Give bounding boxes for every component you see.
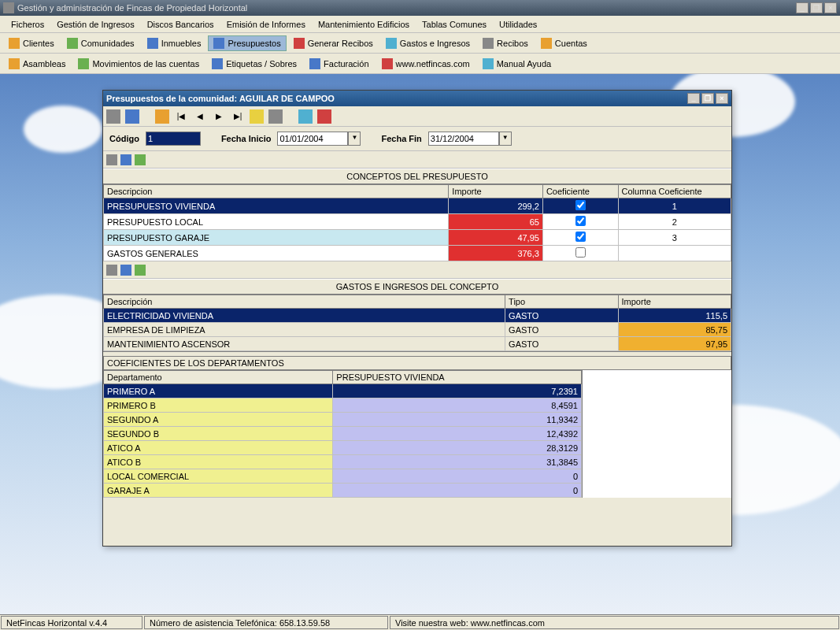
cell-val: 7,2391	[333, 384, 582, 398]
tb-www-netfincas-com[interactable]: www.netfincas.com	[376, 56, 476, 72]
add-gasto-icon[interactable]	[106, 265, 117, 276]
fecha-fin-input[interactable]	[428, 132, 499, 146]
gastos-table[interactable]: DescripciónTipoImporte ELECTRICIDAD VIVI…	[103, 295, 731, 351]
edit-icon[interactable]	[155, 109, 169, 124]
cell-importe: 115,5	[618, 309, 731, 323]
tb-asambleas[interactable]: Asambleas	[3, 56, 71, 72]
table-row[interactable]: PRIMERO B8,4591	[104, 398, 582, 413]
prev-icon[interactable]: ◀	[193, 109, 207, 124]
last-icon[interactable]: ▶|	[231, 109, 245, 124]
status-version: NetFincas Horizontal v.4.4	[1, 616, 142, 629]
col-header[interactable]: Descripcion	[104, 185, 449, 198]
table-row[interactable]: PRESUPUESTO VIVIENDA299,21	[104, 198, 731, 214]
tb-icon	[67, 38, 78, 49]
cell-dept: ATICO A	[104, 441, 333, 455]
tb-presupuestos[interactable]: Presupuestos	[208, 35, 286, 51]
minimize-button[interactable]: _	[796, 2, 809, 13]
table-row[interactable]: PRIMERO A7,2391	[104, 384, 582, 398]
delete-icon[interactable]	[317, 109, 331, 124]
menu-utilidades[interactable]: Utilidades	[493, 18, 543, 31]
inner-maximize-button[interactable]: ❐	[701, 93, 714, 104]
coef-checkbox[interactable]	[575, 200, 586, 210]
cell-tipo: GASTO	[505, 309, 618, 323]
tb-facturaci-n[interactable]: Facturación	[304, 56, 374, 72]
table-row[interactable]: SEGUNDO A11,9342	[104, 413, 582, 427]
col-header[interactable]: Descripción	[104, 295, 505, 309]
conceptos-table[interactable]: DescripcionImporteCoeficienteColumna Coe…	[103, 184, 731, 261]
tb-clientes[interactable]: Clientes	[3, 35, 60, 51]
codigo-label: Código	[109, 134, 139, 143]
col-header[interactable]: Columna Coeficiente	[618, 185, 731, 198]
table-row[interactable]: GARAJE A0	[104, 484, 582, 498]
coef-checkbox[interactable]	[575, 216, 586, 226]
tb-inmuebles[interactable]: Inmuebles	[142, 35, 207, 51]
cell-dept: SEGUNDO B	[104, 427, 333, 441]
fecha-fin-dropdown[interactable]: ▼	[499, 132, 512, 146]
save-icon[interactable]	[125, 109, 139, 124]
inner-close-button[interactable]: ×	[716, 93, 728, 104]
fecha-inicio-dropdown[interactable]: ▼	[348, 132, 361, 146]
refresh-icon[interactable]	[298, 109, 313, 124]
tb-label: Gastos e Ingresos	[400, 39, 470, 48]
app-title: Gestión y administración de Fincas de Pr…	[17, 3, 796, 13]
table-row[interactable]: EMPRESA DE LIMPIEZAGASTO85,75	[104, 323, 731, 337]
table-row[interactable]: PRESUPUESTO GARAJE47,953	[104, 230, 731, 246]
menu-mantenimiento-edificios[interactable]: Mantenimiento Edificios	[312, 18, 416, 31]
add-concepto-icon[interactable]	[106, 154, 117, 165]
tb-manual-ayuda[interactable]: Manual Ayuda	[477, 56, 557, 72]
copy-concepto-icon[interactable]	[120, 154, 131, 165]
first-icon[interactable]: |◀	[174, 109, 188, 124]
menu-tablas-comunes[interactable]: Tablas Comunes	[416, 18, 493, 31]
table-row[interactable]: ELECTRICIDAD VIVIENDAGASTO115,5	[104, 309, 731, 323]
col-header[interactable]: Coeficiente	[542, 185, 618, 198]
tb-cuentas[interactable]: Cuentas	[535, 35, 593, 51]
col-header[interactable]: Importe	[618, 295, 731, 309]
menu-gestión-de-ingresos[interactable]: Gestión de Ingresos	[50, 18, 140, 31]
inner-minimize-button[interactable]: _	[687, 93, 700, 104]
tb-label: Asambleas	[23, 59, 65, 69]
close-button[interactable]: ×	[824, 2, 837, 13]
table-row[interactable]: LOCAL COMERCIAL0	[104, 469, 582, 484]
table-row[interactable]: ATICO A28,3129	[104, 441, 582, 455]
tb-comunidades[interactable]: Comunidades	[61, 35, 140, 51]
tb-icon	[382, 58, 393, 69]
table-row[interactable]: GASTOS GENERALES376,3	[104, 246, 731, 261]
table-row[interactable]: ATICO B31,3845	[104, 455, 582, 469]
table-row[interactable]: MANTENIMIENTO ASCENSORGASTO97,95	[104, 337, 731, 351]
conceptos-header: CONCEPTOS DEL PRESUPUESTO	[103, 169, 731, 184]
coef-checkbox[interactable]	[575, 247, 586, 258]
tb-gastos-e-ingresos[interactable]: Gastos e Ingresos	[380, 35, 476, 51]
cell-desc: ELECTRICIDAD VIVIENDA	[104, 309, 505, 323]
tb-icon	[386, 38, 397, 49]
tb-recibos[interactable]: Recibos	[477, 35, 534, 51]
search-icon[interactable]	[250, 109, 264, 124]
copy-gasto-icon[interactable]	[120, 265, 131, 276]
maximize-button[interactable]: ❐	[810, 2, 823, 13]
next-icon[interactable]: ▶	[212, 109, 226, 124]
coef-checkbox[interactable]	[575, 232, 586, 242]
col-header[interactable]: Importe	[449, 185, 543, 198]
col-header[interactable]: Departamento	[104, 371, 333, 384]
fecha-inicio-input[interactable]	[277, 132, 348, 146]
col-header[interactable]: Tipo	[505, 295, 618, 309]
new-icon[interactable]	[106, 109, 120, 124]
menu-emisión-de-informes[interactable]: Emisión de Informes	[220, 18, 312, 31]
tb-icon	[212, 58, 223, 69]
tb-etiquetas-sobres[interactable]: Etiquetas / Sobres	[206, 56, 302, 72]
table-row[interactable]: PRESUPUESTO LOCAL652	[104, 214, 731, 230]
refresh-concepto-icon[interactable]	[135, 154, 146, 165]
refresh-gasto-icon[interactable]	[135, 265, 146, 276]
col-header[interactable]: PRESUPUESTO VIVIENDA	[333, 371, 582, 384]
codigo-input[interactable]	[146, 132, 201, 146]
tb-movimientos-de-las-cuentas[interactable]: Movimientos de las cuentas	[72, 56, 205, 72]
tb-generar-recibos[interactable]: Generar Recibos	[288, 35, 379, 51]
cell-col-coef: 1	[618, 198, 731, 214]
print-icon[interactable]	[268, 109, 283, 124]
table-row[interactable]: SEGUNDO B12,4392	[104, 427, 582, 441]
menu-ficheros[interactable]: Ficheros	[5, 18, 50, 31]
coef-table[interactable]: DepartamentoPRESUPUESTO VIVIENDA PRIMERO…	[103, 370, 582, 498]
cell-importe: 97,95	[618, 337, 731, 351]
tb-label: Inmuebles	[161, 39, 202, 48]
cell-val: 11,9342	[333, 413, 582, 427]
menu-discos-bancarios[interactable]: Discos Bancarios	[141, 18, 220, 31]
